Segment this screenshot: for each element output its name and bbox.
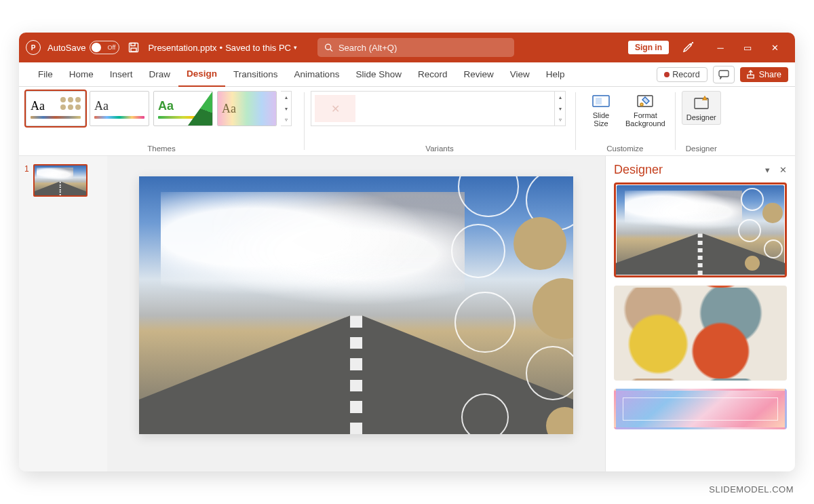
comments-button[interactable] bbox=[713, 66, 735, 83]
svg-rect-7 bbox=[719, 71, 729, 77]
signin-button[interactable]: Sign in bbox=[628, 41, 669, 54]
window-controls: ─ ▭ ✕ bbox=[707, 33, 788, 62]
svg-rect-10 bbox=[596, 98, 602, 104]
themes-group-label: Themes bbox=[26, 144, 297, 154]
watermark: SLIDEMODEL.COM bbox=[709, 484, 794, 495]
designer-pane-close-icon[interactable]: ✕ bbox=[779, 165, 787, 175]
ribbon-tabs: File Home Insert Draw Design Transitions… bbox=[19, 62, 795, 87]
app-window: P AutoSave Off Presentation.pptx • Saved… bbox=[19, 33, 795, 471]
svg-point-12 bbox=[640, 103, 643, 106]
ribbon-group-designer: Designer Designer bbox=[675, 87, 728, 155]
designer-button[interactable]: Designer bbox=[682, 91, 721, 125]
format-background-button[interactable]: Format Background bbox=[623, 91, 668, 129]
autosave-label: AutoSave bbox=[47, 43, 85, 53]
ribbon: Aa Aa Aa Aa ▴▾▿ Them bbox=[19, 87, 795, 156]
maximize-button[interactable]: ▭ bbox=[734, 33, 761, 62]
tab-insert[interactable]: Insert bbox=[102, 62, 141, 87]
svg-point-6 bbox=[693, 43, 693, 43]
tab-record[interactable]: Record bbox=[410, 62, 456, 87]
customize-group-label: Customize bbox=[582, 144, 668, 154]
tab-animations[interactable]: Animations bbox=[286, 62, 348, 87]
record-dot-icon bbox=[664, 72, 670, 77]
variant-thumb-1[interactable]: ✕ bbox=[315, 95, 355, 122]
slide-number-1: 1 bbox=[24, 164, 29, 174]
designer-pane-title: Designer bbox=[614, 163, 663, 177]
theme-thumb-2[interactable]: Aa bbox=[90, 91, 149, 126]
theme-thumb-3[interactable]: Aa bbox=[153, 91, 213, 126]
close-button[interactable]: ✕ bbox=[761, 33, 788, 62]
tab-review[interactable]: Review bbox=[455, 62, 501, 87]
tab-slideshow[interactable]: Slide Show bbox=[347, 62, 410, 87]
svg-point-5 bbox=[691, 44, 692, 45]
powerpoint-icon: P bbox=[26, 40, 41, 55]
svg-rect-1 bbox=[131, 43, 135, 46]
variants-gallery-more[interactable]: ▴▾▿ bbox=[555, 91, 566, 126]
design-idea-2[interactable] bbox=[614, 286, 787, 381]
search-input[interactable] bbox=[338, 43, 507, 53]
design-idea-3[interactable] bbox=[614, 389, 787, 429]
save-icon[interactable] bbox=[126, 40, 141, 55]
workarea: 1 bbox=[19, 156, 795, 471]
theme-thumb-1[interactable]: Aa bbox=[26, 91, 85, 126]
coming-soon-icon[interactable] bbox=[676, 41, 700, 54]
autosave-toggle[interactable]: AutoSave Off bbox=[47, 41, 119, 54]
slide-thumbnail-1[interactable] bbox=[33, 164, 88, 197]
chevron-down-icon: ▾ bbox=[294, 44, 297, 51]
tab-transitions[interactable]: Transitions bbox=[225, 62, 286, 87]
autosave-state[interactable]: Off bbox=[90, 41, 119, 54]
tab-draw[interactable]: Draw bbox=[141, 62, 179, 87]
variants-gallery[interactable]: ✕ bbox=[311, 91, 555, 126]
search-icon bbox=[324, 43, 333, 52]
tab-design[interactable]: Design bbox=[178, 62, 225, 87]
theme-thumb-4[interactable]: Aa bbox=[217, 91, 277, 126]
tab-file[interactable]: File bbox=[30, 62, 61, 87]
slide-stage[interactable] bbox=[139, 176, 573, 434]
svg-rect-2 bbox=[131, 48, 136, 52]
slide-canvas[interactable] bbox=[107, 156, 605, 471]
slide-thumbnail-panel: 1 bbox=[19, 156, 107, 471]
tab-view[interactable]: View bbox=[502, 62, 538, 87]
themes-gallery-more[interactable]: ▴▾▿ bbox=[281, 91, 292, 126]
ribbon-group-customize: Slide Size Format Background Customize bbox=[575, 87, 675, 155]
titlebar: P AutoSave Off Presentation.pptx • Saved… bbox=[19, 33, 795, 62]
ribbon-group-variants: ✕ ▴▾▿ Variants bbox=[304, 87, 575, 155]
share-button[interactable]: Share bbox=[740, 67, 788, 82]
designer-pane: Designer ▾ ✕ bbox=[605, 156, 795, 471]
designer-group-label: Designer bbox=[682, 144, 721, 154]
svg-point-3 bbox=[326, 44, 331, 50]
share-icon bbox=[747, 70, 756, 79]
tab-help[interactable]: Help bbox=[538, 62, 573, 87]
ribbon-group-themes: Aa Aa Aa Aa ▴▾▿ Them bbox=[19, 87, 304, 155]
search-box[interactable] bbox=[317, 38, 514, 57]
slide-size-button[interactable]: Slide Size bbox=[582, 91, 620, 129]
variants-group-label: Variants bbox=[311, 144, 568, 154]
document-title[interactable]: Presentation.pptx • Saved to this PC ▾ bbox=[148, 43, 297, 53]
minimize-button[interactable]: ─ bbox=[707, 33, 734, 62]
design-idea-1[interactable] bbox=[614, 182, 787, 277]
svg-line-4 bbox=[330, 49, 332, 51]
tab-home[interactable]: Home bbox=[61, 62, 102, 87]
designer-pane-menu-icon[interactable]: ▾ bbox=[765, 165, 770, 175]
record-button[interactable]: Record bbox=[657, 67, 707, 82]
